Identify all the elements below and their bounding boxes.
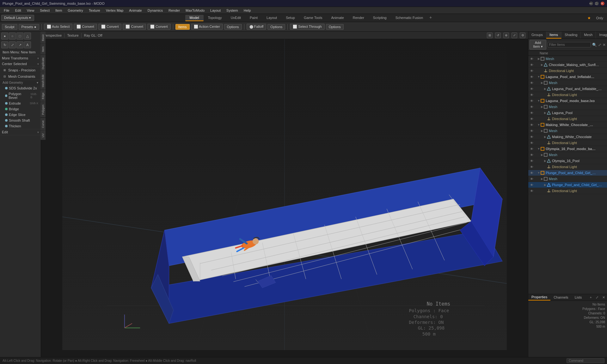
tab-schematic-fusion[interactable]: Schematic Fusion — [391, 15, 427, 21]
item-row-7[interactable]: 👁 Directional Light — [528, 92, 607, 98]
item-expand-10[interactable]: ▶ — [543, 111, 547, 114]
item-visibility-13[interactable]: 👁 — [530, 129, 534, 133]
menu-render[interactable]: Render — [166, 8, 182, 13]
lists-tab[interactable]: Lists — [572, 294, 585, 300]
sds-subdivide-item[interactable]: SDS Subdivide 2x — [0, 85, 41, 91]
center-selected-label[interactable]: Center Selected — [2, 62, 27, 66]
menu-vertex-map[interactable]: Vertex Map — [103, 8, 126, 13]
edge-slice-item[interactable]: Edge Slice — [0, 112, 41, 118]
convert-button-2[interactable]: ⬜ Convert — [98, 24, 122, 30]
tool-ring[interactable]: ○ — [9, 33, 16, 39]
tab-model[interactable]: Model — [185, 15, 204, 21]
item-visibility-11[interactable]: 👁 — [530, 117, 534, 121]
tool-triangle[interactable]: △ — [24, 33, 31, 39]
minimize-button[interactable]: ─ — [589, 2, 593, 5]
right-tab-mesh[interactable]: Mesh — [581, 32, 596, 39]
item-visibility-2[interactable]: 👁 — [530, 63, 534, 67]
convert-button-4[interactable]: ⬜ Convert — [147, 24, 171, 30]
item-expand-6[interactable]: ▶ — [543, 87, 547, 90]
side-tab-curve[interactable]: Curve — [40, 118, 46, 130]
menu-texture[interactable]: Texture — [86, 8, 103, 13]
close-icon[interactable]: ✕ — [603, 43, 606, 47]
item-visibility-18[interactable]: 👁 — [530, 159, 534, 163]
tab-topology[interactable]: Topology — [204, 15, 226, 21]
item-expand-8[interactable]: ▼ — [537, 99, 540, 102]
default-layouts-dropdown[interactable]: Default Layouts ▾ — [1, 15, 34, 21]
side-tab-uv[interactable]: UV — [40, 131, 46, 140]
tool-rotate[interactable]: ↻ — [1, 41, 8, 48]
right-tab-images[interactable]: Images — [596, 32, 607, 39]
thicken-item[interactable]: Thicken — [0, 123, 41, 129]
item-row-15[interactable]: 👁 Directional Light — [528, 140, 607, 146]
menu-geometry[interactable]: Geometry — [65, 8, 85, 13]
item-visibility-1[interactable]: 👁 — [530, 57, 534, 61]
side-tab-basic[interactable]: Basic — [40, 32, 46, 44]
viewport-icon-1[interactable]: ⊞ — [487, 33, 493, 38]
item-row-11[interactable]: 👁 Directional Light — [528, 116, 607, 122]
maximize-button[interactable]: □ — [595, 2, 599, 5]
item-visibility-12[interactable]: 👁 — [530, 123, 534, 127]
item-row-1[interactable]: 👁 ▶ Mesh — [528, 56, 607, 62]
channels-tab[interactable]: Channels — [550, 294, 571, 300]
edit-label[interactable]: Edit — [2, 130, 8, 134]
presets-button[interactable]: Presets ● — [19, 24, 39, 30]
item-row-6[interactable]: 👁 ▶ Laguna_Pool_and_Inflatable_Unicorn_P… — [528, 86, 607, 92]
props-add-button[interactable]: + — [588, 294, 594, 300]
item-row-13[interactable]: 👁 ▶ Mesh — [528, 128, 607, 134]
item-visibility-19[interactable]: 👁 — [530, 165, 534, 169]
item-visibility-7[interactable]: 👁 — [530, 93, 534, 97]
properties-tab[interactable]: Properties — [528, 294, 550, 300]
options-button-1[interactable]: Options — [224, 24, 242, 30]
item-row-14[interactable]: 👁 ▶ Making_White_Chocolate — [528, 134, 607, 140]
window-controls[interactable]: ─ □ ✕ — [589, 2, 604, 5]
item-row-22[interactable]: 👁 ▶ Plunge_Pool_and_Child_Girl_Swimming — [528, 182, 607, 188]
item-expand-21[interactable]: ▶ — [540, 177, 543, 180]
item-row-20[interactable]: 👁 ▼ Plunge_Pool_and_Child_Girl_Swimm... — [528, 170, 607, 176]
mesh-constraints-item[interactable]: ⊟ Mesh Constraints — [0, 73, 41, 80]
falloff-button[interactable]: ⬤ Falloff — [247, 24, 267, 30]
right-tab-groups[interactable]: Groups — [528, 32, 546, 39]
tab-layout[interactable]: Layout — [262, 15, 281, 21]
item-expand-2[interactable]: ▶ — [540, 63, 543, 66]
side-tab-mesh-edit[interactable]: Mesh Edit — [40, 72, 46, 90]
convert-button-3[interactable]: ⬜ Convert — [123, 24, 146, 30]
item-visibility-23[interactable]: 👁 — [530, 189, 534, 193]
tab-render[interactable]: Render — [348, 15, 369, 21]
filter-icon[interactable]: 🔍 — [592, 43, 597, 47]
item-expand-1[interactable]: ▶ — [537, 57, 540, 60]
props-close-button[interactable]: ✕ — [600, 294, 607, 300]
item-row-16[interactable]: 👁 ▼ Olympia_16_Pool_modo_base.lxo — [528, 146, 607, 152]
viewport-icon-2[interactable]: ↺ — [495, 33, 501, 38]
item-row-4[interactable]: 👁 ▼ Laguna_Pool_and_Inflatable_Unicorn_P… — [528, 74, 607, 80]
item-row-12[interactable]: 👁 ▼ Making_White_Chocolate_modo_base.lxo — [528, 122, 607, 128]
convert-button-1[interactable]: ⬜ Convert — [74, 24, 97, 30]
extrude-item[interactable]: Extrude Shift-X — [0, 100, 41, 106]
tool-scale[interactable]: ⤢ — [9, 41, 16, 48]
item-row-9[interactable]: 👁 ▶ Mesh — [528, 104, 607, 110]
item-expand-14[interactable]: ▶ — [543, 135, 547, 138]
expand-icon[interactable]: ⤢ — [598, 43, 601, 47]
add-geometry-header[interactable]: Add Geometry ▾ — [0, 80, 41, 85]
item-row-21[interactable]: 👁 ▶ Mesh — [528, 176, 607, 182]
side-tab-duplicate[interactable]: Duplicate — [40, 55, 46, 72]
item-row-17[interactable]: 👁 ▶ Mesh — [528, 152, 607, 158]
item-visibility-14[interactable]: 👁 — [530, 135, 534, 139]
menu-edit[interactable]: Edit — [13, 8, 24, 13]
item-visibility-20[interactable]: 👁 — [530, 171, 534, 175]
item-expand-18[interactable]: ▶ — [543, 159, 547, 162]
options-button-2[interactable]: Options — [267, 24, 285, 30]
tool-text[interactable]: A — [24, 41, 31, 48]
item-expand-22[interactable]: ▶ — [543, 183, 547, 186]
options-button-3[interactable]: Options — [326, 24, 344, 30]
props-expand-button[interactable]: ⤢ — [594, 294, 600, 300]
item-visibility-5[interactable]: 👁 — [530, 81, 534, 85]
menu-file[interactable]: File — [1, 8, 12, 13]
item-visibility-10[interactable]: 👁 — [530, 111, 534, 115]
tool-move[interactable]: ↗ — [16, 41, 23, 48]
snaps-precision-item[interactable]: ⊞ Snaps - Precision — [0, 67, 41, 73]
menu-select[interactable]: Select — [37, 8, 52, 13]
item-row-18[interactable]: 👁 ▶ Olympia_16_Pool — [528, 158, 607, 164]
item-expand-17[interactable]: ▶ — [540, 153, 543, 156]
tab-game-tools[interactable]: Game Tools — [299, 15, 327, 21]
item-visibility-17[interactable]: 👁 — [530, 153, 534, 157]
